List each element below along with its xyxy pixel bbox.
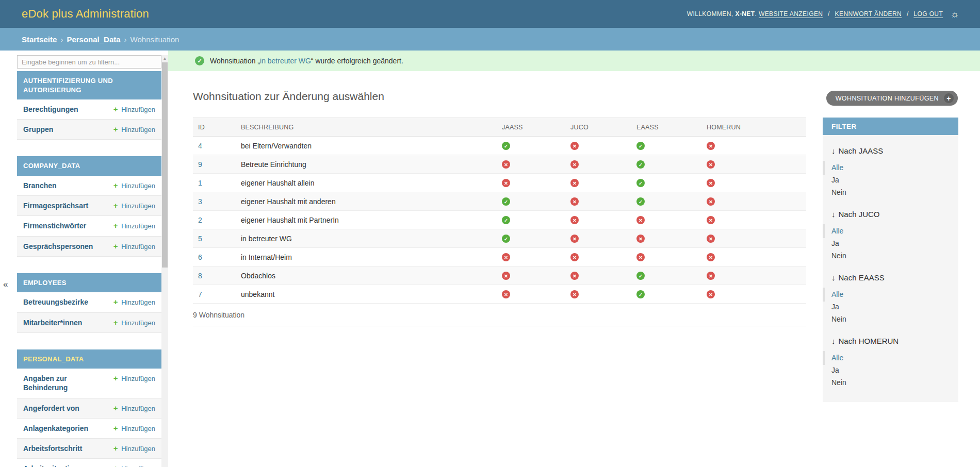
id-link[interactable]: 1 [198, 179, 202, 187]
filter-option-alle[interactable]: Alle [823, 161, 958, 174]
add-link[interactable]: + Hinzufügen [113, 181, 155, 190]
cell-juco: ✕ [559, 211, 625, 229]
cross-icon: ✕ [636, 253, 645, 261]
filter-option-link[interactable]: Alle [831, 227, 843, 235]
sidebar-filter-input[interactable] [17, 55, 161, 69]
sidebar-item-arbeitssituationen[interactable]: Arbeitssituationen+ Hinzufügen [17, 459, 161, 467]
sidebar-section-header: AUTHENTIFIZIERUNG UND AUTORISIERUNG [17, 71, 161, 99]
column-header-jaass: JAASS [490, 118, 559, 137]
cell-beschreibung: in betreuter WG [232, 229, 490, 248]
sidebar-item-anlagenkategorien[interactable]: Anlagenkategorien+ Hinzufügen [17, 419, 161, 439]
header-link-kennwort-ndern[interactable]: KENNWORT ÄNDERN [835, 10, 902, 18]
filter-option-ja[interactable]: Ja [823, 301, 958, 313]
sort-down-arrow-icon: ↓ [831, 210, 836, 219]
filter-option-link[interactable]: Alle [831, 290, 843, 298]
filter-option-nein[interactable]: Nein [823, 186, 958, 198]
id-link[interactable]: 4 [198, 142, 202, 150]
add-link[interactable]: + Hinzufügen [113, 242, 155, 251]
sidebar-item-berechtigungen[interactable]: Berechtigungen+ Hinzufügen [17, 99, 161, 120]
sidebar-item-branchen[interactable]: Branchen+ Hinzufügen [17, 176, 161, 196]
plus-icon: + [113, 318, 118, 327]
filter-option-link[interactable]: Alle [831, 163, 843, 172]
add-link[interactable]: + Hinzufügen [113, 221, 155, 230]
cross-icon: ✕ [570, 179, 579, 187]
sidebar-item-gruppen[interactable]: Gruppen+ Hinzufügen [17, 120, 161, 140]
table-row: 6in Internat/Heim✕✕✕✕ [193, 248, 806, 266]
id-link[interactable]: 6 [198, 253, 202, 261]
sort-down-arrow-icon: ↓ [831, 146, 836, 155]
scrollbar-thumb[interactable] [162, 62, 168, 268]
filter-option-link[interactable]: Alle [831, 354, 843, 362]
sidebar-item-firmagesprächsart[interactable]: Firmagesprächsart+ Hinzufügen [17, 196, 161, 216]
scrollbar-up-arrow-icon[interactable]: ▲ [161, 56, 168, 61]
cell-jaass: ✓ [490, 137, 559, 155]
cross-icon: ✕ [502, 253, 510, 261]
add-link[interactable]: + Hinzufügen [113, 201, 155, 210]
success-object-link[interactable]: in betreuter WG [260, 57, 311, 65]
check-icon: ✓ [636, 272, 645, 280]
cell-beschreibung: in Internat/Heim [232, 248, 490, 266]
breadcrumb-item[interactable]: Personal_Data [67, 35, 120, 44]
cell-beschreibung: eigener Haushalt mit anderen [232, 192, 490, 211]
filter-option-nein[interactable]: Nein [823, 376, 958, 389]
success-text-prefix: Wohnsituation „ [210, 57, 260, 65]
sidebar-item-angefordert-von[interactable]: Angefordert von+ Hinzufügen [17, 398, 161, 419]
sidebar-item-firmenstichwörter[interactable]: Firmenstichwörter+ Hinzufügen [17, 216, 161, 236]
admin-app: eDok plus Administration WILLKOMMEN, X-N… [0, 0, 980, 467]
sidebar-section-header: PERSONAL_DATA [17, 349, 161, 369]
filter-option-alle[interactable]: Alle [823, 288, 958, 301]
header-link-log-out[interactable]: LOG OUT [913, 10, 943, 18]
add-link[interactable]: + Hinzufügen [113, 444, 155, 453]
cell-jaass: ✕ [490, 174, 559, 192]
filter-option-nein[interactable]: Nein [823, 313, 958, 325]
id-link[interactable]: 7 [198, 290, 202, 298]
sidebar-item-label: Arbeitsfortschritt [23, 444, 82, 453]
filter-panel: FILTER ↓Nach JAASSAlleJaNein↓Nach JUCOAl… [823, 118, 958, 402]
cell-eaass: ✕ [625, 248, 695, 266]
add-link[interactable]: + Hinzufügen [113, 424, 155, 432]
sidebar-item-arbeitsfortschritt[interactable]: Arbeitsfortschritt+ Hinzufügen [17, 439, 161, 459]
id-link[interactable]: 9 [198, 160, 202, 169]
sidebar-item-mitarbeiter*innen[interactable]: Mitarbeiter*innen+ Hinzufügen [17, 313, 161, 333]
cell-jaass: ✕ [490, 248, 559, 266]
add-link[interactable]: + Hinzufügen [113, 374, 155, 382]
add-link[interactable]: + Hinzufügen [113, 318, 155, 327]
column-header-homerun: HOMERUN [695, 118, 806, 137]
add-link[interactable]: + Hinzufügen [113, 105, 155, 113]
add-link[interactable]: + Hinzufügen [113, 125, 155, 134]
filter-option-ja[interactable]: Ja [823, 364, 958, 376]
id-link[interactable]: 2 [198, 216, 202, 224]
sidebar-scrollbar[interactable]: ▲ [161, 55, 168, 467]
filter-option-ja[interactable]: Ja [823, 174, 958, 186]
add-wohnsituation-button[interactable]: WOHNSITUATION HINZUFÜGEN + [826, 91, 958, 106]
sidebar-item-angaben-zur-behinderung[interactable]: Angaben zur Behinderung+ Hinzufügen [17, 369, 161, 398]
filter-option-nein[interactable]: Nein [823, 249, 958, 262]
sort-down-arrow-icon: ↓ [831, 273, 836, 282]
filter-option-alle[interactable]: Alle [823, 225, 958, 237]
add-link[interactable]: + Hinzufügen [113, 464, 155, 467]
cell-id: 9 [193, 155, 232, 174]
column-header-id: ID [193, 118, 232, 137]
filter-option-ja[interactable]: Ja [823, 237, 958, 249]
cross-icon: ✕ [502, 290, 510, 298]
sidebar-collapse-icon[interactable]: « [3, 279, 8, 290]
success-check-icon: ✓ [195, 56, 204, 65]
cell-juco: ✕ [559, 174, 625, 192]
add-link[interactable]: + Hinzufügen [113, 404, 155, 412]
filter-panel-title: FILTER [823, 118, 958, 135]
id-link[interactable]: 5 [198, 235, 202, 243]
id-link[interactable]: 8 [198, 272, 202, 280]
add-link[interactable]: + Hinzufügen [113, 297, 155, 306]
sidebar-item-gesprächspersonen[interactable]: Gesprächspersonen+ Hinzufügen [17, 237, 161, 257]
id-link[interactable]: 3 [198, 197, 202, 206]
sidebar-item-betreuungsbezirke[interactable]: Betreuungsbezirke+ Hinzufügen [17, 292, 161, 312]
plus-icon: + [113, 404, 118, 412]
filter-section-nach-homerun: ↓Nach HOMERUNAlleJaNein [823, 337, 958, 389]
filter-option-alle[interactable]: Alle [823, 352, 958, 364]
breadcrumb-item[interactable]: Startseite [22, 35, 57, 44]
cell-beschreibung: eigener Haushalt mit PartnerIn [232, 211, 490, 229]
header-link-website-anzeigen[interactable]: WEBSITE ANZEIGEN [759, 10, 823, 18]
sidebar-item-label: Angefordert von [23, 404, 79, 413]
theme-toggle-sun-icon[interactable]: ☼ [950, 9, 959, 19]
cell-jaass: ✕ [490, 155, 559, 174]
